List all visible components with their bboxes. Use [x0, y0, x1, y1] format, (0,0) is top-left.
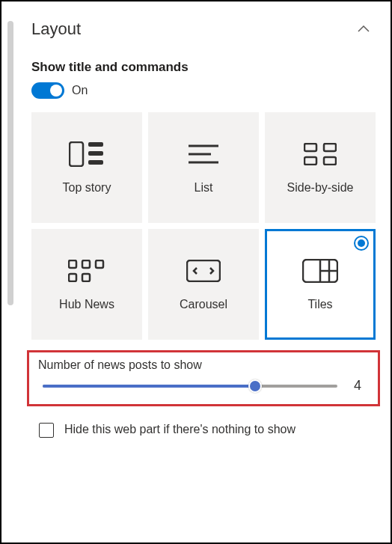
- svg-rect-10: [324, 157, 336, 165]
- hide-webpart-label: Hide this web part if there's nothing to…: [64, 421, 295, 438]
- svg-rect-11: [69, 260, 76, 268]
- layout-label: Tiles: [307, 298, 332, 311]
- slider-thumb[interactable]: [248, 379, 262, 393]
- svg-rect-16: [187, 260, 220, 281]
- svg-rect-0: [70, 142, 83, 166]
- slider-value: 4: [354, 378, 369, 394]
- svg-rect-7: [304, 144, 316, 151]
- chevron-up-icon: [358, 22, 370, 36]
- layout-label: List: [195, 181, 213, 195]
- svg-rect-14: [96, 260, 103, 268]
- toggle-heading: Show title and commands: [31, 60, 376, 75]
- svg-rect-13: [69, 274, 76, 281]
- section-title: Layout: [31, 19, 81, 39]
- svg-rect-2: [88, 151, 103, 156]
- list-icon: [189, 141, 218, 168]
- svg-rect-12: [82, 260, 90, 268]
- toggle-thumb: [50, 85, 62, 97]
- show-title-toggle[interactable]: [31, 82, 64, 99]
- layout-option-hub-news[interactable]: Hub News: [31, 229, 142, 340]
- highlight-annotation: Number of news posts to show 4: [27, 350, 380, 406]
- selected-radio-icon: [354, 236, 369, 251]
- layout-label: Carousel: [180, 298, 227, 311]
- layout-option-list[interactable]: List: [148, 112, 259, 223]
- layout-option-side-by-side[interactable]: Side-by-side: [265, 112, 376, 223]
- layout-option-top-story[interactable]: Top story: [31, 112, 142, 223]
- section-header[interactable]: Layout: [31, 19, 376, 39]
- layout-label: Top story: [63, 181, 111, 195]
- svg-rect-9: [304, 157, 316, 165]
- posts-count-slider[interactable]: [43, 385, 337, 388]
- layout-options-grid: Top story List Side-by-si: [31, 112, 376, 340]
- top-story-icon: [69, 141, 105, 168]
- layout-option-carousel[interactable]: Carousel: [148, 229, 259, 340]
- side-by-side-icon: [304, 141, 337, 168]
- toggle-state-label: On: [72, 84, 88, 97]
- svg-rect-15: [82, 274, 90, 281]
- svg-rect-8: [324, 144, 336, 151]
- carousel-icon: [186, 257, 221, 284]
- hide-webpart-checkbox[interactable]: [39, 423, 54, 438]
- scrollbar[interactable]: [7, 21, 13, 305]
- layout-label: Side-by-side: [287, 181, 354, 195]
- layout-option-tiles[interactable]: Tiles: [265, 229, 376, 340]
- hub-news-icon: [68, 257, 105, 284]
- tiles-icon: [302, 257, 338, 284]
- layout-label: Hub News: [59, 298, 114, 311]
- svg-rect-3: [88, 160, 103, 165]
- svg-rect-1: [88, 142, 103, 147]
- slider-fill: [43, 385, 255, 388]
- slider-label: Number of news posts to show: [38, 358, 369, 372]
